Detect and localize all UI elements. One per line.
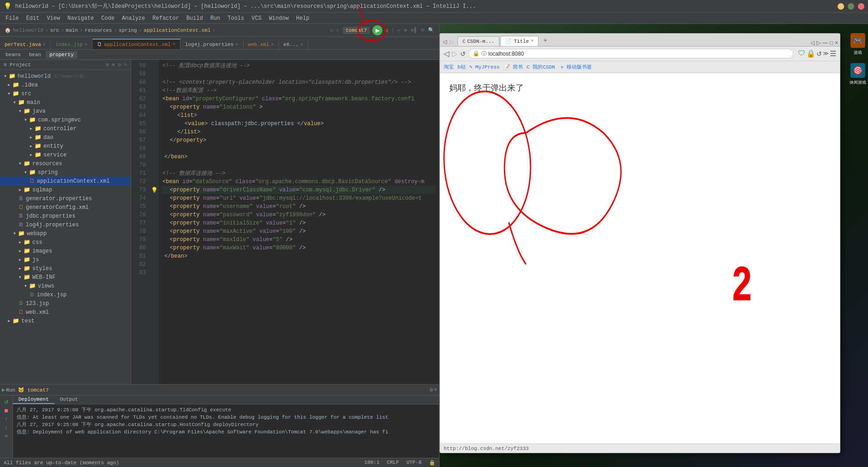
tree-item-src[interactable]: ▾ 📁 src bbox=[0, 89, 131, 98]
browser-tab-back[interactable]: ◁ bbox=[810, 40, 815, 46]
menu-analyze[interactable]: Analyze bbox=[118, 14, 149, 23]
browser-tab-close-icon[interactable]: × bbox=[531, 39, 533, 44]
browser-tab-add-btn[interactable]: + bbox=[539, 35, 550, 46]
browser-tab-csdn[interactable]: C CSDN-m... bbox=[457, 36, 499, 46]
browser-tab-title[interactable]: 📄 Title × bbox=[500, 36, 538, 46]
tab-appcontext-close[interactable]: × bbox=[173, 42, 175, 47]
menu-code[interactable]: Code bbox=[98, 14, 118, 23]
tab-webxml[interactable]: web.xml × bbox=[243, 40, 279, 49]
bottom-up-icon[interactable]: ↑ bbox=[5, 416, 8, 423]
browser-window-min[interactable]: — bbox=[822, 40, 828, 46]
bottom-restart-icon[interactable]: ↺ bbox=[4, 398, 8, 405]
menu-build[interactable]: Build bbox=[183, 14, 207, 23]
tree-item-main[interactable]: ▾ 📁 main bbox=[0, 98, 131, 107]
bookmark-bilibili[interactable]: b站 bbox=[457, 63, 466, 70]
browser-nav-back[interactable]: ◁ bbox=[444, 49, 449, 58]
browser-window-close[interactable]: × bbox=[835, 40, 838, 46]
minimize-button[interactable] bbox=[838, 3, 844, 10]
browser-menu-btn[interactable]: ☰ bbox=[830, 49, 836, 58]
tab-index-close[interactable]: × bbox=[85, 42, 87, 47]
tree-item-gen-props[interactable]: 🗎 generator.properties bbox=[0, 194, 131, 203]
tree-item-webxml[interactable]: 🗋 web.xml bbox=[0, 308, 131, 317]
stop-button[interactable]: ■ bbox=[384, 27, 388, 34]
tree-item-controller[interactable]: ▸ 📁 controller bbox=[0, 124, 131, 133]
browser-reload-btn[interactable]: ↺ bbox=[816, 50, 822, 58]
tree-item-root[interactable]: ▾ 📁 helloworld C:\Users\邹... bbox=[0, 72, 131, 81]
browser-nav-forward[interactable]: ▷ bbox=[452, 49, 457, 58]
menu-tools[interactable]: Tools bbox=[224, 14, 248, 23]
desktop-icon-games[interactable]: 🎮 游戏 bbox=[851, 33, 865, 56]
bookmark-csdn[interactable]: C 我的CSDN bbox=[527, 63, 555, 70]
menu-refactor[interactable]: Refactor bbox=[149, 14, 183, 23]
tree-item-webapp[interactable]: ▾ 📁 webapp bbox=[0, 229, 131, 238]
tree-item-styles[interactable]: ▸ 📁 styles bbox=[0, 264, 131, 273]
run-panel-label[interactable]: Run bbox=[6, 387, 15, 393]
tree-item-service[interactable]: ▸ 📁 service bbox=[0, 150, 131, 159]
bottom-gear-icon[interactable]: ⚙ bbox=[430, 386, 433, 393]
browser-address-input[interactable] bbox=[488, 51, 789, 57]
bottom-wrap-icon[interactable]: ⇌ bbox=[5, 433, 7, 438]
menu-file[interactable]: File bbox=[2, 14, 23, 23]
bookmark-jianshu[interactable]: 📝 简书 bbox=[503, 63, 523, 70]
browser-back-btn[interactable]: ◁ bbox=[442, 38, 448, 46]
tree-item-resources[interactable]: ▾ 📁 resources bbox=[0, 159, 131, 168]
menu-window[interactable]: Window bbox=[265, 14, 292, 23]
tab-log4j-close[interactable]: × bbox=[236, 42, 238, 47]
bookmark-more[interactable]: » 移动版书签 bbox=[561, 63, 592, 70]
close-button[interactable] bbox=[858, 3, 864, 10]
browser-tab-forward[interactable]: ▷ bbox=[816, 40, 821, 46]
tab-appcontext[interactable]: 🗋 applicationContext.xml × bbox=[93, 39, 180, 49]
menu-help[interactable]: Help bbox=[292, 14, 313, 23]
bottom-panel: ▶ Run 🐱 tomcat7 ⚙ × ↺ ■ ↑ ↓ ⇌ bbox=[0, 384, 439, 458]
tree-item-webinf[interactable]: ▾ 📁 WEB-INF bbox=[0, 273, 131, 282]
tree-item-index-jsp[interactable]: 🗎 index.jsp bbox=[0, 290, 131, 299]
tree-item-sqlmap[interactable]: ▸ 📁 sqlmap bbox=[0, 185, 131, 194]
tab-webxml-close[interactable]: × bbox=[271, 42, 274, 47]
bookmark-taobao[interactable]: 淘宝 bbox=[444, 63, 454, 70]
xml-tab-bean[interactable]: bean bbox=[25, 51, 45, 58]
menu-view[interactable]: View bbox=[43, 14, 64, 23]
tree-item-idea[interactable]: ▸ 📁 .idea bbox=[0, 81, 131, 89]
tree-item-images[interactable]: ▸ 📁 images bbox=[0, 247, 131, 255]
tab-index-jsp[interactable]: index.jsp × bbox=[51, 40, 92, 49]
menu-navigate[interactable]: Navigate bbox=[64, 14, 98, 23]
browser-refresh-btn[interactable]: ↺ bbox=[460, 50, 466, 58]
tree-item-css[interactable]: ▸ 📁 css bbox=[0, 238, 131, 247]
tree-item-entity[interactable]: ▸ 📁 entity bbox=[0, 142, 131, 150]
tab-pertest[interactable]: perTest.java × bbox=[0, 40, 51, 49]
bottom-down-icon[interactable]: ↓ bbox=[5, 425, 8, 431]
tree-item-jdbc-props[interactable]: 🗎 jdbc.properties bbox=[0, 212, 131, 220]
tab-log4j[interactable]: log4j.properties × bbox=[180, 40, 243, 49]
desktop-icon-casual[interactable]: 🎯 休闲游戏 bbox=[850, 63, 866, 86]
tree-item-views[interactable]: ▾ 📁 views bbox=[0, 282, 131, 290]
bottom-tab-deployment[interactable]: Deployment bbox=[13, 396, 54, 404]
tree-item-123-jsp[interactable]: 🗎 123.jsp bbox=[0, 299, 131, 308]
tree-item-test[interactable]: ▸ 📁 test bbox=[0, 317, 131, 325]
tab-extra[interactable]: e6... × bbox=[279, 40, 308, 49]
menu-run[interactable]: Run bbox=[207, 14, 224, 23]
bottom-close-icon[interactable]: × bbox=[434, 387, 437, 393]
tree-item-appcontext[interactable]: 🗋 applicationContext.xml bbox=[0, 177, 131, 185]
bottom-stop-icon[interactable]: ■ bbox=[4, 407, 8, 415]
tab-extra-close[interactable]: × bbox=[301, 42, 303, 47]
browser-forward-btn[interactable]: ▷ bbox=[449, 38, 455, 46]
menu-vcs[interactable]: VCS bbox=[248, 14, 266, 23]
run-button[interactable]: ▶ bbox=[372, 25, 382, 35]
tree-item-package[interactable]: ▾ 📁 com.springmvc bbox=[0, 115, 131, 124]
maximize-button[interactable] bbox=[848, 3, 854, 10]
bookmark-myjpress[interactable]: ✎ MyJPress bbox=[469, 64, 500, 70]
code-content[interactable]: <!-- 配置dbcp数据库连接池 --> <!-- <context:prop… bbox=[159, 60, 439, 384]
tree-item-log4j-props[interactable]: 🗎 log4j.properties bbox=[0, 220, 131, 229]
xml-tab-property[interactable]: property bbox=[46, 51, 77, 58]
tree-item-genconfig[interactable]: 🗋 generatorConfig.xml bbox=[0, 203, 131, 212]
menu-edit[interactable]: Edit bbox=[23, 14, 43, 23]
xml-tab-beans[interactable]: beans bbox=[2, 51, 24, 58]
tree-item-dao[interactable]: ▸ 📁 dao bbox=[0, 133, 131, 142]
browser-window-max[interactable]: □ bbox=[830, 40, 833, 46]
tree-item-js[interactable]: ▸ 📁 js bbox=[0, 255, 131, 264]
bottom-tab-output[interactable]: Output bbox=[54, 396, 84, 404]
tree-item-spring[interactable]: ▾ 📁 spring bbox=[0, 168, 131, 177]
search-icon[interactable]: 🔍 bbox=[428, 27, 434, 33]
tree-item-java[interactable]: ▾ 📁 java bbox=[0, 107, 131, 115]
tab-pertest-close[interactable]: × bbox=[43, 42, 46, 47]
